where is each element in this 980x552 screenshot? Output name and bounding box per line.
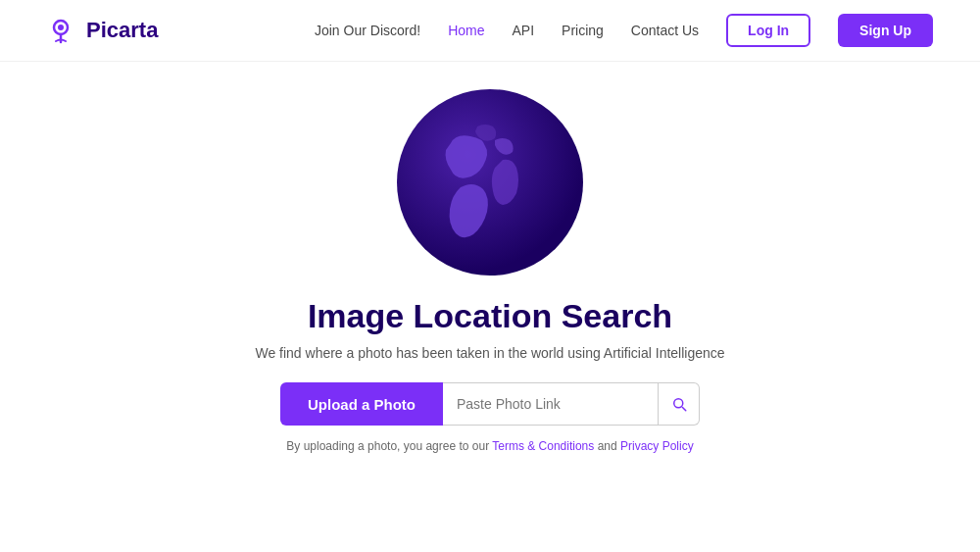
signup-button[interactable]: Sign Up (838, 14, 933, 47)
nav-contact[interactable]: Contact Us (631, 23, 699, 38)
login-button[interactable]: Log In (726, 14, 810, 47)
globe-illustration (397, 89, 583, 276)
logo-icon (47, 15, 78, 46)
upload-photo-button[interactable]: Upload a Photo (280, 382, 443, 426)
main-nav: Join Our Discord! Home API Pricing Conta… (315, 14, 933, 47)
page-subtitle: We find where a photo has been taken in … (255, 345, 724, 361)
search-icon (670, 395, 688, 413)
terms-conditions-link[interactable]: Terms & Conditions (492, 439, 594, 453)
search-row: Upload a Photo (280, 382, 700, 426)
logo-text: Picarta (86, 18, 158, 43)
page-title: Image Location Search (308, 297, 672, 335)
nav-pricing[interactable]: Pricing (562, 23, 604, 38)
main-content: Image Location Search We find where a ph… (0, 62, 980, 453)
terms-and: and (594, 439, 620, 453)
logo[interactable]: Picarta (47, 15, 158, 46)
search-button[interactable] (659, 382, 700, 426)
terms-text: By uploading a photo, you agree to our T… (286, 439, 693, 453)
nav-discord[interactable]: Join Our Discord! (315, 23, 420, 38)
terms-prefix: By uploading a photo, you agree to our (286, 439, 492, 453)
globe-svg (397, 89, 583, 276)
nav-home[interactable]: Home (448, 23, 484, 38)
privacy-policy-link[interactable]: Privacy Policy (620, 439, 694, 453)
nav-api[interactable]: API (512, 23, 534, 38)
photo-link-input[interactable] (443, 382, 659, 426)
svg-point-1 (58, 25, 64, 30)
